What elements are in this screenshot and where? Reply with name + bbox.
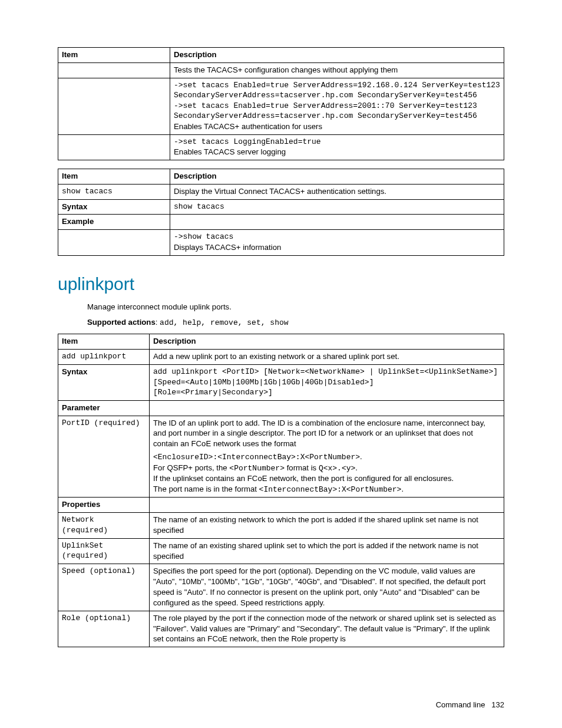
desc-fragment: format is <box>285 463 319 472</box>
item-cell: Network (required) <box>58 513 150 539</box>
command-text: ->set tacacs Enabled=true ServerAddress=… <box>174 80 500 101</box>
item-cell: add uplinkport <box>58 350 150 365</box>
command-text: ->show tacacs <box>174 232 500 242</box>
item-cell: Syntax <box>58 199 170 215</box>
code-text: <EnclosureID>:<InterconnectBay>:X<PortNu… <box>153 453 360 462</box>
desc-fragment: For QSFP+ ports, the <box>153 463 229 472</box>
desc-text: The ID of an uplink port to add. The ID … <box>153 418 500 449</box>
empty-cell <box>58 134 170 160</box>
empty-cell <box>58 230 170 255</box>
section-intro: Manage interconnect module uplink ports. <box>87 302 504 312</box>
desc-cell: add uplinkport <PortID> [Network=<Networ… <box>150 365 504 401</box>
note-text: Displays TACACS+ information <box>174 242 500 253</box>
desc-cell: ->show tacacs Displays TACACS+ informati… <box>170 230 504 255</box>
desc-text: The port name is in the format <Intercon… <box>153 484 500 495</box>
desc-cell: Specifies the port speed for the port (o… <box>150 564 504 611</box>
col-header-desc: Description <box>150 334 504 350</box>
item-cell: UplinkSet (required) <box>58 538 150 564</box>
desc-text: <EnclosureID>:<InterconnectBay>:X<PortNu… <box>153 452 500 463</box>
col-header-item: Item <box>58 48 170 63</box>
section-heading-uplinkport: uplinkport <box>58 272 504 297</box>
col-header-item: Item <box>58 169 170 184</box>
desc-cell <box>150 400 504 416</box>
desc-cell <box>170 215 504 230</box>
col-header-item: Item <box>58 334 150 350</box>
empty-cell <box>58 78 170 134</box>
code-text: <PortNumber> <box>229 464 285 473</box>
desc-cell: show tacacs <box>170 199 504 215</box>
desc-cell: Add a new uplink port to an existing net… <box>150 350 504 365</box>
desc-cell <box>150 498 504 513</box>
command-text: ->set tacacs LoggingEnabled=true <box>174 137 500 147</box>
desc-fragment: The port name is in the format <box>153 485 259 493</box>
desc-text: For QSFP+ ports, the <PortNumber> format… <box>153 463 500 474</box>
tacacs-set-table: Item Description Tests the TACACS+ confi… <box>58 47 504 160</box>
supported-actions-list: add, help, remove, set, show <box>160 318 288 327</box>
item-cell: Parameter <box>58 400 150 416</box>
tacacs-show-table: Item Description show tacacs Display the… <box>58 169 504 256</box>
empty-cell <box>58 62 170 78</box>
item-cell: PortID (required) <box>58 416 150 498</box>
desc-cell: ->set tacacs Enabled=true ServerAddress=… <box>170 78 504 134</box>
desc-cell: The name of an existing network to which… <box>150 513 504 539</box>
uplinkport-add-table: Item Description add uplinkport Add a ne… <box>58 334 504 647</box>
item-cell: Properties <box>58 498 150 513</box>
desc-cell: ->set tacacs LoggingEnabled=true Enables… <box>170 134 504 160</box>
note-text: Enables TACACS server logging <box>174 147 500 157</box>
item-cell: Example <box>58 215 170 230</box>
code-text: <InterconnectBay>:X<PortNumber> <box>259 485 402 494</box>
item-cell: show tacacs <box>58 184 170 199</box>
col-header-desc: Description <box>170 48 504 63</box>
desc-cell: The ID of an uplink port to add. The ID … <box>150 416 504 498</box>
command-text: ->set tacacs Enabled=true ServerAddress=… <box>174 101 500 121</box>
desc-cell: The role played by the port if the conne… <box>150 611 504 647</box>
supported-actions-label: Supported actions <box>87 318 156 327</box>
desc-cell: Tests the TACACS+ configuration changes … <box>170 62 504 78</box>
desc-cell: The name of an existing shared uplink se… <box>150 538 504 564</box>
col-header-desc: Description <box>170 169 504 184</box>
desc-cell: Display the Virtual Connect TACACS+ auth… <box>170 184 504 199</box>
code-text: Q<x>.<y> <box>319 464 355 473</box>
item-cell: Speed (optional) <box>58 564 150 611</box>
item-cell: Syntax <box>58 365 150 401</box>
desc-text: If the uplinkset contains an FCoE networ… <box>153 473 500 484</box>
note-text: Enables TACACS+ authentication for users <box>174 121 500 132</box>
item-cell: Role (optional) <box>58 611 150 647</box>
supported-actions-line: Supported actions: add, help, remove, se… <box>87 317 504 328</box>
